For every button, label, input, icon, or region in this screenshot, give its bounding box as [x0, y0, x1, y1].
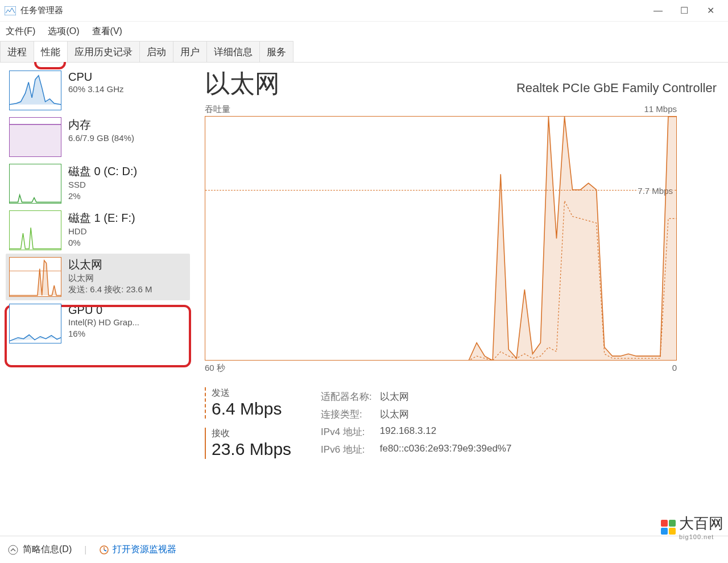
throughput-chart: 7.7 Mbps	[205, 116, 677, 361]
window-title: 任务管理器	[20, 5, 645, 16]
svg-rect-1	[10, 125, 61, 157]
chevron-up-icon	[8, 545, 18, 555]
menubar: 文件(F) 选项(O) 查看(V)	[0, 22, 728, 41]
recv-value: 23.6 Mbps	[212, 440, 291, 459]
svg-point-5	[9, 545, 18, 554]
thumb-disk0	[9, 164, 61, 204]
sidebar-item-disk1[interactable]: 磁盘 1 (E: F:) HDD 0%	[6, 207, 190, 254]
sidebar-item-memory[interactable]: 内存 6.6/7.9 GB (84%)	[6, 114, 190, 160]
thumb-memory	[9, 117, 61, 157]
x-right: 0	[672, 363, 677, 374]
menu-view[interactable]: 查看(V)	[92, 26, 122, 38]
thumb-gpu0	[9, 304, 61, 343]
minimize-button[interactable]: —	[645, 2, 671, 19]
sidebar-item-gpu0[interactable]: GPU 0 Intel(R) HD Grap... 16%	[6, 300, 190, 347]
tab-services[interactable]: 服务	[259, 41, 293, 62]
watermark: 大百网 big100.net	[661, 514, 723, 540]
adapter-name: Realtek PCIe GbE Family Controller	[516, 81, 717, 96]
sidebar-item-disk0[interactable]: 磁盘 0 (C: D:) SSD 2%	[6, 160, 190, 207]
resmon-icon	[99, 545, 109, 555]
tab-processes[interactable]: 进程	[0, 41, 34, 62]
sidebar-item-label: 内存	[68, 117, 134, 133]
scale-max: 11 Mbps	[644, 104, 677, 115]
x-left: 60 秒	[205, 363, 225, 374]
titlebar: 任务管理器 — ☐ ✕	[0, 0, 728, 22]
thumb-disk1	[9, 210, 61, 250]
footer: 简略信息(D) | 打开资源监视器	[0, 536, 728, 563]
fewer-details-button[interactable]: 简略信息(D)	[8, 544, 72, 556]
sidebar-item-label: CPU	[68, 71, 124, 84]
sidebar-item-ethernet[interactable]: 以太网 以太网 发送: 6.4 接收: 23.6 M	[6, 254, 190, 300]
watermark-logo-icon	[661, 520, 676, 535]
menu-file[interactable]: 文件(F)	[6, 26, 35, 38]
open-resource-monitor-link[interactable]: 打开资源监视器	[99, 544, 176, 556]
detail-heading: 以太网	[205, 67, 280, 101]
info-table: 适配器名称:以太网 连接类型:以太网 IPv4 地址:192.168.3.12 …	[320, 387, 519, 459]
tabstrip: 进程 性能 应用历史记录 启动 用户 详细信息 服务	[0, 41, 728, 63]
sidebar-item-cpu[interactable]: CPU 60% 3.14 GHz	[6, 67, 190, 114]
send-label: 发送	[212, 387, 291, 399]
recv-label: 接收	[212, 428, 291, 440]
tab-startup[interactable]: 启动	[139, 41, 173, 62]
svg-line-8	[104, 550, 106, 551]
svg-marker-4	[205, 117, 676, 361]
tab-details[interactable]: 详细信息	[206, 41, 260, 62]
thumb-ethernet	[9, 257, 61, 297]
maximize-button[interactable]: ☐	[671, 2, 697, 19]
menu-options[interactable]: 选项(O)	[48, 26, 79, 38]
thumb-cpu	[9, 71, 61, 110]
tab-app-history[interactable]: 应用历史记录	[67, 41, 140, 62]
sidebar-item-label: 以太网	[68, 257, 152, 272]
detail-pane: 以太网 Realtek PCIe GbE Family Controller 吞…	[193, 63, 728, 536]
tab-users[interactable]: 用户	[173, 41, 207, 62]
send-value: 6.4 Mbps	[212, 399, 291, 419]
sidebar-item-label: 磁盘 0 (C: D:)	[68, 164, 137, 179]
close-button[interactable]: ✕	[697, 2, 723, 19]
sidebar: CPU 60% 3.14 GHz 内存 6.6/7.9 GB (84%) 磁盘 …	[0, 63, 193, 536]
sidebar-item-label: 磁盘 1 (E: F:)	[68, 210, 135, 226]
throughput-label: 吞吐量	[205, 104, 230, 115]
app-icon	[5, 6, 16, 15]
tab-performance[interactable]: 性能	[34, 41, 68, 62]
sidebar-item-label: GPU 0	[68, 304, 139, 317]
